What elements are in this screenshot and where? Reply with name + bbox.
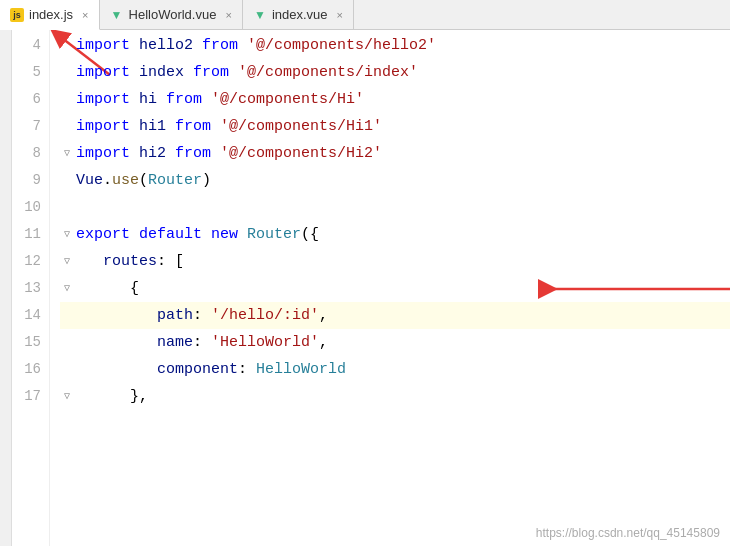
code-line-12: ▽ routes: [ — [60, 248, 730, 275]
prop-path-14: path — [157, 302, 193, 329]
watermark: https://blog.csdn.net/qq_45145809 — [536, 526, 720, 540]
line-num-17: 17 — [12, 383, 41, 410]
ident-hello2: hello2 — [139, 32, 193, 59]
ident-vue-9: Vue — [76, 167, 103, 194]
fold-12: ▽ — [60, 248, 74, 275]
kw-import-7: import — [76, 113, 130, 140]
tab-index-vue[interactable]: ▼ index.vue × — [243, 0, 354, 29]
tab-helloworld-vue[interactable]: ▼ HelloWorld.vue × — [100, 0, 243, 29]
type-helloworld-16: HelloWorld — [256, 356, 346, 383]
tab-index-js[interactable]: js index.js × — [0, 0, 100, 30]
kw-import-6: import — [76, 86, 130, 113]
fold-8: ▽ — [60, 140, 74, 167]
vue-icon-helloworld: ▼ — [110, 8, 124, 22]
fold-13: ▽ — [60, 275, 74, 302]
prop-name-15: name — [157, 329, 193, 356]
line-num-13: 13 — [12, 275, 41, 302]
kw-import-8: import — [76, 140, 130, 167]
str-name-15: 'HelloWorld' — [211, 329, 319, 356]
str-6: '@/components/Hi' — [211, 86, 364, 113]
str-5: '@/components/index' — [238, 59, 418, 86]
kw-export-11: export — [76, 221, 130, 248]
line-num-11: 11 — [12, 221, 41, 248]
code-line-4: import hello2 from '@/components/hello2' — [60, 32, 730, 59]
method-use-9: use — [112, 167, 139, 194]
code-line-10 — [60, 194, 730, 221]
kw-import-5: import — [76, 59, 130, 86]
str-path-14: '/hello/:id' — [211, 302, 319, 329]
ident-index-5: index — [139, 59, 184, 86]
tab-bar: js index.js × ▼ HelloWorld.vue × ▼ index… — [0, 0, 730, 30]
tab-close-index-vue[interactable]: × — [337, 9, 343, 21]
fold-bar — [0, 30, 12, 546]
kw-from-6: from — [166, 86, 202, 113]
code-area[interactable]: import hello2 from '@/components/hello2'… — [50, 30, 730, 546]
editor: 4 5 6 7 8 9 10 11 12 13 14 15 16 17 impo… — [0, 30, 730, 546]
line-num-10: 10 — [12, 194, 41, 221]
line-num-4: 4 — [12, 32, 41, 59]
line-num-9: 9 — [12, 167, 41, 194]
type-router-9: Router — [148, 167, 202, 194]
str-8: '@/components/Hi2' — [220, 140, 382, 167]
js-icon: js — [10, 8, 24, 22]
prop-routes-12: routes — [103, 248, 157, 275]
kw-from-8: from — [175, 140, 211, 167]
line-num-8: 8 — [12, 140, 41, 167]
code-line-17: ▽ }, — [60, 383, 730, 410]
code-line-16: component: HelloWorld — [60, 356, 730, 383]
code-line-15: name: 'HelloWorld', — [60, 329, 730, 356]
tab-label-helloworld-vue: HelloWorld.vue — [129, 7, 217, 22]
kw-new-11: new — [211, 221, 238, 248]
fold-11: ▽ — [60, 221, 74, 248]
kw-from-4: from — [202, 32, 238, 59]
line-num-6: 6 — [12, 86, 41, 113]
str-7: '@/components/Hi1' — [220, 113, 382, 140]
kw-from-7: from — [175, 113, 211, 140]
line-num-16: 16 — [12, 356, 41, 383]
code-line-9: Vue.use(Router) — [60, 167, 730, 194]
tab-label-index-vue: index.vue — [272, 7, 328, 22]
tab-close-index-js[interactable]: × — [82, 9, 88, 21]
line-num-15: 15 — [12, 329, 41, 356]
fold-17: ▽ — [60, 383, 74, 410]
line-num-5: 5 — [12, 59, 41, 86]
code-line-6: import hi from '@/components/Hi' — [60, 86, 730, 113]
code-line-5: import index from '@/components/index' — [60, 59, 730, 86]
red-arrow-mid — [540, 278, 730, 300]
kw-import-4: import — [76, 32, 130, 59]
kw-from-5: from — [193, 59, 229, 86]
line-num-7: 7 — [12, 113, 41, 140]
line-numbers: 4 5 6 7 8 9 10 11 12 13 14 15 16 17 — [12, 30, 50, 546]
type-router-11: Router — [247, 221, 301, 248]
prop-component-16: component — [157, 356, 238, 383]
code-line-13: ▽ { — [60, 275, 730, 302]
tab-label-index-js: index.js — [29, 7, 73, 22]
str-4: '@/components/hello2' — [247, 32, 436, 59]
code-line-11: ▽ export default new Router({ — [60, 221, 730, 248]
kw-default-11: default — [139, 221, 202, 248]
code-line-7: import hi1 from '@/components/Hi1' — [60, 113, 730, 140]
vue-icon-index: ▼ — [253, 8, 267, 22]
ident-hi-6: hi — [139, 86, 157, 113]
ident-hi2-8: hi2 — [139, 140, 166, 167]
line-num-12: 12 — [12, 248, 41, 275]
code-line-14: path: '/hello/:id', — [60, 302, 730, 329]
code-line-8: ▽ import hi2 from '@/components/Hi2' — [60, 140, 730, 167]
tab-close-helloworld[interactable]: × — [225, 9, 231, 21]
ident-hi1-7: hi1 — [139, 113, 166, 140]
line-num-14: 14 — [12, 302, 41, 329]
